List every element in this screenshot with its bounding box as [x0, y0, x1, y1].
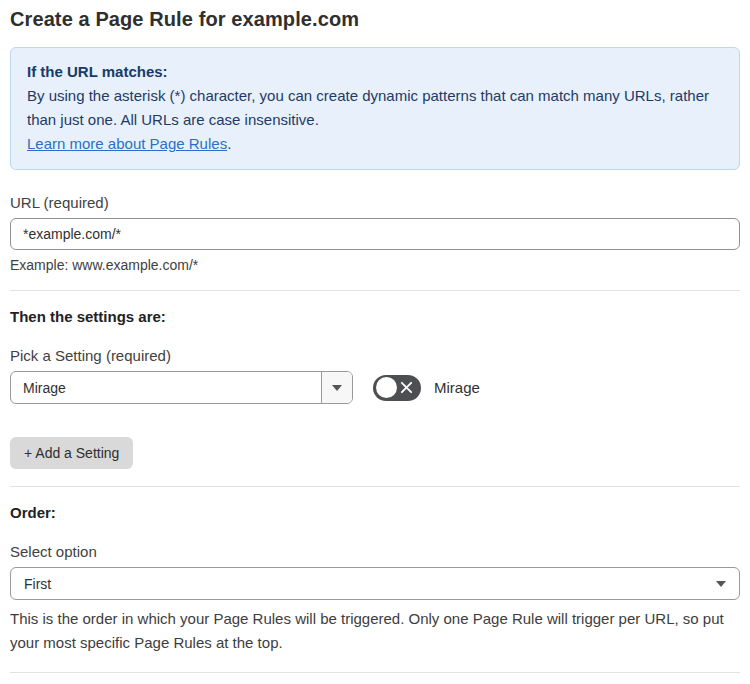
divider: [10, 290, 740, 291]
divider: [10, 672, 740, 673]
learn-more-link[interactable]: Learn more about Page Rules: [27, 135, 227, 152]
setting-picker-label: Pick a Setting (required): [10, 347, 740, 364]
setting-dropdown-arrow-button[interactable]: [321, 372, 352, 403]
info-box-heading: If the URL matches:: [27, 60, 723, 84]
settings-section-heading: Then the settings are:: [10, 308, 740, 325]
url-field-label: URL (required): [10, 194, 740, 211]
setting-dropdown-value: Mirage: [11, 372, 321, 403]
setting-dropdown[interactable]: Mirage: [10, 371, 353, 404]
chevron-down-icon: [716, 581, 726, 587]
toggle-off-x-icon: [400, 381, 413, 394]
order-section-heading: Order:: [10, 504, 740, 521]
link-suffix: .: [227, 135, 231, 152]
order-select-label: Select option: [10, 543, 740, 560]
info-box-link-line: Learn more about Page Rules.: [27, 132, 723, 156]
toggle-label: Mirage: [434, 379, 480, 396]
order-select[interactable]: First: [10, 567, 740, 600]
toggle-knob: [376, 377, 397, 398]
order-select-value: First: [24, 576, 51, 592]
url-match-info-box: If the URL matches: By using the asteris…: [10, 47, 740, 170]
url-helper-text: Example: www.example.com/*: [10, 257, 740, 273]
mirage-toggle[interactable]: [373, 375, 421, 401]
page-title: Create a Page Rule for example.com: [10, 8, 740, 31]
chevron-down-icon: [332, 385, 342, 391]
setting-row: Mirage Mirage: [10, 371, 740, 404]
order-helper-text: This is the order in which your Page Rul…: [10, 607, 730, 655]
add-setting-button[interactable]: + Add a Setting: [10, 437, 133, 469]
info-box-body: By using the asterisk (*) character, you…: [27, 84, 723, 132]
url-input[interactable]: [10, 218, 740, 250]
divider: [10, 486, 740, 487]
